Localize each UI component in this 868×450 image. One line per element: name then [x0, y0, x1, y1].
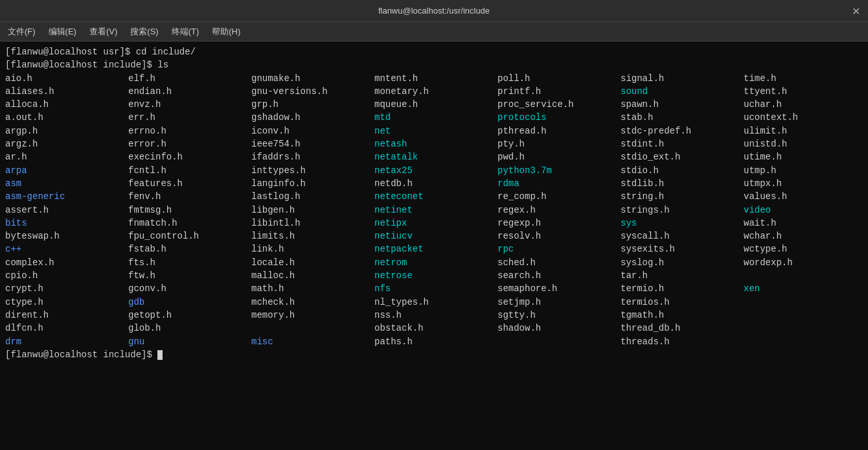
close-button[interactable]: ✕	[852, 5, 860, 17]
menu-bar: 文件(F) 编辑(E) 查看(V) 搜索(S) 终端(T) 帮助(H)	[0, 22, 868, 41]
menu-search[interactable]: 搜索(S)	[125, 23, 163, 40]
title-text: flanwu@localhost:/usr/include	[378, 6, 490, 16]
menu-file[interactable]: 文件(F)	[3, 23, 41, 40]
terminal-prompt-final: [flanwu@localhost include]$	[5, 348, 863, 361]
col-2: elf.h endian.h envz.h err.h errno.h erro…	[128, 72, 251, 348]
menu-view[interactable]: 查看(V)	[84, 23, 122, 40]
menu-help[interactable]: 帮助(H)	[207, 23, 246, 40]
terminal-line-cmd1: [flanwu@localhost usr]$ cd include/	[5, 45, 863, 58]
col-6: signal.h sound spawn.h stab.h stdc-prede…	[621, 72, 744, 348]
terminal-line-cmd2: [flanwu@localhost include]$ ls	[5, 58, 863, 71]
menu-edit[interactable]: 编辑(E)	[43, 23, 82, 40]
col-5: poll.h printf.h proc_service.h protocols…	[497, 72, 621, 348]
col-4: mntent.h monetary.h mqueue.h mtd net net…	[374, 72, 497, 348]
title-bar: flanwu@localhost:/usr/include ✕	[0, 0, 868, 22]
file-listing: aio.h aliases.h alloca.h a.out.h argp.h …	[5, 72, 863, 348]
terminal-body[interactable]: [flanwu@localhost usr]$ cd include/ [fla…	[0, 41, 868, 450]
col-3: gnumake.h gnu-versions.h grp.h gshadow.h…	[251, 72, 374, 348]
menu-terminal[interactable]: 终端(T)	[166, 23, 205, 40]
col-7: time.h ttyent.h uchar.h ucontext.h ulimi…	[744, 72, 867, 348]
col-1: aio.h aliases.h alloca.h a.out.h argp.h …	[5, 72, 128, 348]
